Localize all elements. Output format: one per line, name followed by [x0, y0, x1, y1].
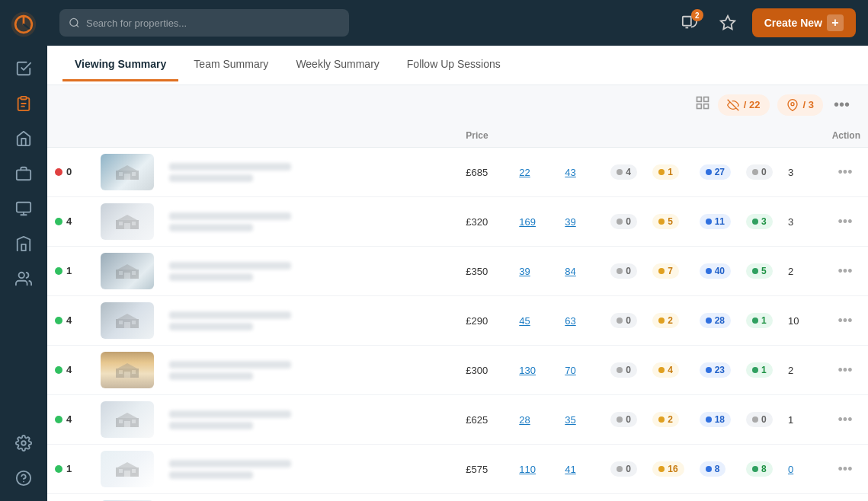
status-dot: 4	[55, 215, 72, 227]
search-icon	[69, 17, 80, 29]
count-chip-2: 7	[652, 263, 679, 279]
chip-dot-1	[617, 219, 623, 225]
stat-n1[interactable]: 0	[788, 464, 793, 475]
table-row: 4 £45032630 0 1 11 2 1•••	[47, 494, 868, 502]
svg-rect-22	[703, 97, 708, 102]
table-row: 4 £2904563 0 2 28 1 10•••	[47, 296, 868, 346]
favorites-button[interactable]	[714, 9, 741, 37]
chip-dot-1	[617, 318, 623, 324]
content-area: Viewing Summary Team Summary Weekly Summ…	[47, 46, 868, 501]
row-action-menu[interactable]: •••	[830, 458, 860, 480]
properties-table: Price Action 0	[47, 124, 868, 501]
svg-rect-59	[124, 471, 130, 477]
view-count-2[interactable]: 84	[565, 266, 575, 277]
svg-rect-50	[119, 370, 123, 374]
property-address	[169, 212, 450, 231]
row-action-menu[interactable]: •••	[830, 260, 860, 282]
view-count-1[interactable]: 110	[519, 464, 536, 475]
svg-point-13	[21, 441, 26, 445]
tab-team-summary[interactable]: Team Summary	[181, 49, 280, 81]
count-chip-4: 3	[746, 214, 773, 229]
chip-dot-2	[658, 219, 665, 225]
count-chip-4: 0	[746, 412, 773, 427]
count-chip-1: 0	[610, 461, 637, 477]
svg-marker-28	[117, 165, 137, 171]
chip-dot-3	[706, 416, 712, 423]
search-input[interactable]	[86, 18, 340, 29]
view-count-1[interactable]: 28	[519, 414, 530, 426]
sidebar-item-briefcase[interactable]	[8, 158, 39, 189]
stat-n1: 10	[788, 315, 799, 327]
sidebar-item-home[interactable]	[8, 123, 39, 154]
view-count-1[interactable]: 130	[519, 365, 536, 376]
svg-rect-8	[17, 203, 30, 212]
notifications-button[interactable]: 2	[676, 9, 703, 37]
svg-rect-40	[119, 271, 123, 275]
tab-weekly-summary[interactable]: Weekly Summary	[283, 49, 391, 81]
status-count: 4	[66, 215, 72, 227]
property-address	[169, 311, 450, 330]
view-count-2[interactable]: 35	[565, 414, 575, 426]
sidebar-item-clipboard-check[interactable]	[8, 53, 39, 84]
view-count-2[interactable]: 43	[565, 167, 575, 178]
create-new-button[interactable]: Create New +	[752, 8, 856, 37]
tab-viewing-summary[interactable]: Viewing Summary	[62, 49, 178, 81]
tab-follow-up-sessions[interactable]: Follow Up Sessions	[395, 49, 513, 81]
chip-dot-1	[617, 367, 623, 373]
view-count-2[interactable]: 39	[565, 216, 575, 228]
svg-rect-46	[132, 321, 136, 324]
row-action-menu[interactable]: •••	[830, 359, 860, 381]
property-image	[101, 352, 154, 388]
svg-rect-61	[132, 469, 136, 473]
status-indicator	[55, 366, 62, 374]
eye-count-label: / 22	[744, 99, 761, 110]
svg-rect-51	[132, 370, 136, 374]
view-count-1[interactable]: 22	[519, 167, 530, 178]
eye-filter-button[interactable]: / 22	[718, 94, 770, 116]
layout-toggle-icon[interactable]	[695, 95, 710, 114]
view-count-1[interactable]: 45	[519, 315, 530, 327]
price-cell: £625	[458, 395, 511, 445]
svg-rect-4	[21, 97, 26, 100]
address-line-1	[169, 460, 291, 467]
search-box[interactable]	[59, 9, 349, 37]
status-dot: 4	[55, 413, 72, 425]
svg-rect-21	[697, 97, 701, 102]
row-action-menu[interactable]: •••	[830, 211, 860, 233]
status-indicator	[55, 218, 62, 225]
svg-rect-24	[703, 104, 708, 109]
svg-rect-60	[119, 469, 123, 473]
row-action-menu[interactable]: •••	[830, 161, 860, 183]
address-line-2	[169, 174, 253, 182]
header-icons: 2 Create New +	[676, 8, 856, 37]
status-indicator	[55, 168, 62, 176]
pin-filter-button[interactable]: / 3	[777, 94, 823, 116]
view-count-2[interactable]: 70	[565, 365, 575, 376]
view-count-1[interactable]: 169	[519, 216, 536, 228]
row-action-menu[interactable]: •••	[830, 409, 860, 431]
sidebar-item-settings[interactable]	[8, 428, 39, 458]
count-chip-4: 1	[746, 362, 773, 378]
svg-rect-39	[124, 273, 130, 279]
svg-marker-48	[117, 363, 137, 369]
tabs-bar: Viewing Summary Team Summary Weekly Summ…	[47, 46, 868, 85]
chip-dot-2	[658, 169, 665, 175]
view-count-2[interactable]: 63	[565, 315, 575, 327]
count-chip-3: 11	[700, 214, 731, 229]
table-row: 4 £30013070 0 4 23 1 2•••	[47, 346, 868, 395]
property-address	[169, 460, 450, 479]
view-count-2[interactable]: 41	[565, 464, 575, 475]
view-count-1[interactable]: 39	[519, 266, 530, 277]
sidebar-item-monitor[interactable]	[8, 193, 39, 224]
status-count: 1	[66, 463, 72, 474]
sidebar-item-clipboard-list[interactable]	[8, 88, 39, 119]
row-action-menu[interactable]: •••	[830, 310, 860, 332]
sidebar-item-help[interactable]	[8, 463, 39, 493]
sidebar-item-users[interactable]	[8, 263, 39, 294]
toolbar-more-button[interactable]: •••	[831, 93, 853, 116]
properties-table-wrap: Price Action 0	[47, 124, 868, 501]
svg-rect-35	[119, 222, 123, 225]
chip-dot-3	[706, 268, 712, 274]
sidebar-item-building[interactable]	[8, 228, 39, 259]
count-chip-2: 2	[652, 313, 679, 328]
